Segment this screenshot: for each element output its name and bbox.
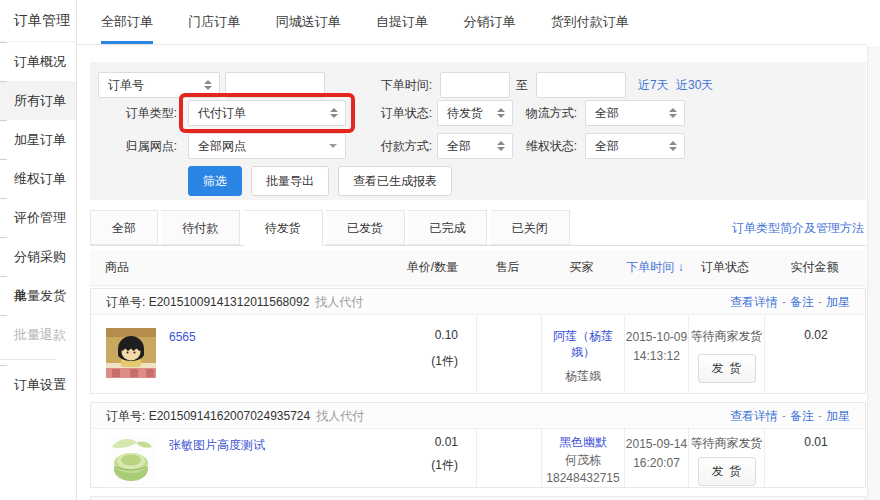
col-price-qty: 单价/数量 [390, 259, 475, 276]
link-separator: - [818, 295, 822, 309]
view-detail-link[interactable]: 查看详情 [730, 295, 778, 309]
remark-link[interactable]: 备注 [790, 295, 814, 309]
sidebar-item-rights-orders[interactable]: 维权订单 [0, 159, 76, 198]
ship-button[interactable]: 发货 [698, 457, 756, 486]
view-detail-link[interactable]: 查看详情 [730, 409, 778, 423]
link-separator: - [782, 295, 786, 309]
buyer-nickname-link[interactable]: 黑色幽默 [559, 435, 607, 449]
select-arrows-icon [330, 107, 338, 119]
order-id-label: 订单号: [106, 289, 145, 314]
search-type-select[interactable]: 订单号 [98, 72, 220, 98]
order-header-links: 查看详情-备注-加星 [730, 403, 850, 428]
sidebar-item-order-settings[interactable]: 订单设置 [0, 365, 76, 404]
order-status-cell: 等待商家发货 发货 [688, 429, 764, 487]
status-tab-pending-payment[interactable]: 待付款 [161, 210, 240, 245]
main-content: 订单号 下单时间: 至 近7天 近30天 订单类型: 代付订单 订单状态: 待发… [90, 45, 866, 500]
order-time: 14:13:12 [625, 347, 688, 366]
batch-export-button[interactable]: 批量导出 [251, 166, 329, 196]
status-tab-all[interactable]: 全部 [90, 210, 158, 245]
view-reports-button[interactable]: 查看已生成报表 [338, 166, 452, 196]
next-order-group-stub [90, 496, 866, 500]
price-qty-cell: 0.01 (1件) [391, 429, 476, 487]
order-status-label: 订单状态: [345, 100, 432, 126]
select-arrows-icon [669, 107, 677, 119]
buyer-nickname-link[interactable]: 阿莲（杨莲娥） [553, 329, 613, 359]
tab-cod-orders[interactable]: 货到付款订单 [551, 0, 629, 44]
filter-button[interactable]: 筛选 [188, 166, 242, 196]
remark-link[interactable]: 备注 [790, 409, 814, 423]
order-pay-for-tag: 找人代付 [315, 289, 363, 314]
status-tab-closed[interactable]: 已关闭 [491, 210, 570, 245]
status-tab-shipped[interactable]: 已发货 [326, 210, 405, 245]
last-30-days-link[interactable]: 近30天 [676, 72, 713, 98]
date-to-input[interactable] [536, 72, 626, 98]
quantity: (1件) [391, 457, 458, 474]
rights-status-select[interactable]: 全部 [585, 133, 685, 159]
sidebar-item-batch-ship[interactable]: 批量发货 [0, 276, 76, 315]
quantity: (1件) [391, 353, 458, 370]
buyer-phone: 18248432715 [542, 471, 624, 486]
last-7-days-link[interactable]: 近7天 [638, 72, 669, 98]
branch-select[interactable]: 全部网点 [188, 133, 346, 159]
order-status-tabs: 全部 待付款 待发货 已发货 已完成 已关闭 订单类型简介及管理方法 [90, 210, 866, 246]
logistics-value: 全部 [595, 106, 619, 120]
order-date: 2015-10-09 [625, 328, 688, 347]
tab-city-delivery-orders[interactable]: 同城送订单 [276, 0, 341, 44]
order-pay-for-tag: 找人代付 [316, 403, 364, 428]
select-arrows-icon [669, 140, 677, 152]
sidebar-item-starred-orders[interactable]: 加星订单 [0, 120, 76, 159]
rights-status-label: 维权状态: [490, 133, 577, 159]
order-header-links: 查看详情-备注-加星 [730, 289, 850, 314]
sidebar-item-distribution-purchase[interactable]: 分销采购单 [0, 237, 76, 276]
rights-status-value: 全部 [595, 139, 619, 153]
col-paid-amount: 实付金额 [763, 259, 866, 276]
col-order-status: 订单状态 [687, 259, 763, 276]
col-buyer: 买家 [540, 259, 623, 276]
star-link[interactable]: 加星 [826, 409, 850, 423]
order-group: 订单号: E20151009141312011568092 找人代付 查看详情-… [90, 288, 866, 394]
product-image[interactable] [106, 435, 156, 485]
unit-price: 0.01 [391, 435, 458, 449]
filter-buttons: 筛选 批量导出 查看已生成报表 [188, 166, 452, 196]
logistics-select[interactable]: 全部 [585, 100, 685, 126]
order-type-select[interactable]: 代付订单 [188, 100, 346, 126]
paid-amount-cell: 0.01 [764, 429, 865, 487]
dropdown-arrow-icon [329, 144, 337, 148]
sidebar-item-batch-refund[interactable]: 批量退款 [0, 315, 76, 354]
star-link[interactable]: 加星 [826, 295, 850, 309]
sidebar-title: 订单管理 [0, 0, 76, 42]
product-name-link[interactable]: 张敏图片高度测试 [169, 437, 265, 487]
status-tab-pending-shipment[interactable]: 待发货 [244, 210, 323, 246]
order-status-value: 待发货 [447, 106, 483, 120]
date-from-input[interactable] [440, 72, 510, 98]
sort-desc-icon: ↓ [678, 260, 684, 274]
vertical-scrollbar[interactable] [867, 46, 880, 500]
logistics-label: 物流方式: [490, 100, 577, 126]
order-id: E20151009141312011568092 [149, 289, 310, 314]
tab-distribution-orders[interactable]: 分销订单 [463, 0, 515, 44]
product-name-link[interactable]: 6565 [169, 330, 196, 393]
col-order-time-sort[interactable]: 下单时间 ↓ [623, 259, 687, 276]
order-number-input[interactable] [225, 72, 325, 98]
ship-button[interactable]: 发货 [698, 354, 756, 383]
order-header: 订单号: E20150914162007024935724 找人代付 查看详情-… [91, 403, 865, 429]
select-arrows-icon [204, 79, 212, 91]
sidebar-item-review-management[interactable]: 评价管理 [0, 198, 76, 237]
order-status-cell: 等待商家发货 发货 [688, 315, 764, 393]
aftersale-cell [476, 315, 541, 393]
order-type-value: 代付订单 [198, 106, 246, 120]
aftersale-cell [476, 429, 541, 487]
tab-pickup-orders[interactable]: 自提订单 [376, 0, 428, 44]
order-status-text: 等待商家发货 [689, 435, 764, 452]
tab-store-orders[interactable]: 门店订单 [188, 0, 240, 44]
product-cell: 张敏图片高度测试 [91, 429, 391, 487]
sidebar-item-all-orders[interactable]: 所有订单 [0, 81, 76, 120]
product-image[interactable] [106, 328, 156, 378]
order-time-label: 下单时间: [360, 72, 432, 98]
status-tab-completed[interactable]: 已完成 [408, 210, 487, 245]
tab-all-orders[interactable]: 全部订单 [101, 0, 153, 44]
order-header: 订单号: E20151009141312011568092 找人代付 查看详情-… [91, 289, 865, 315]
sidebar-item-order-overview[interactable]: 订单概况 [0, 42, 76, 81]
search-type-value: 订单号 [108, 78, 144, 92]
order-type-help-link[interactable]: 订单类型简介及管理方法 [732, 210, 864, 246]
